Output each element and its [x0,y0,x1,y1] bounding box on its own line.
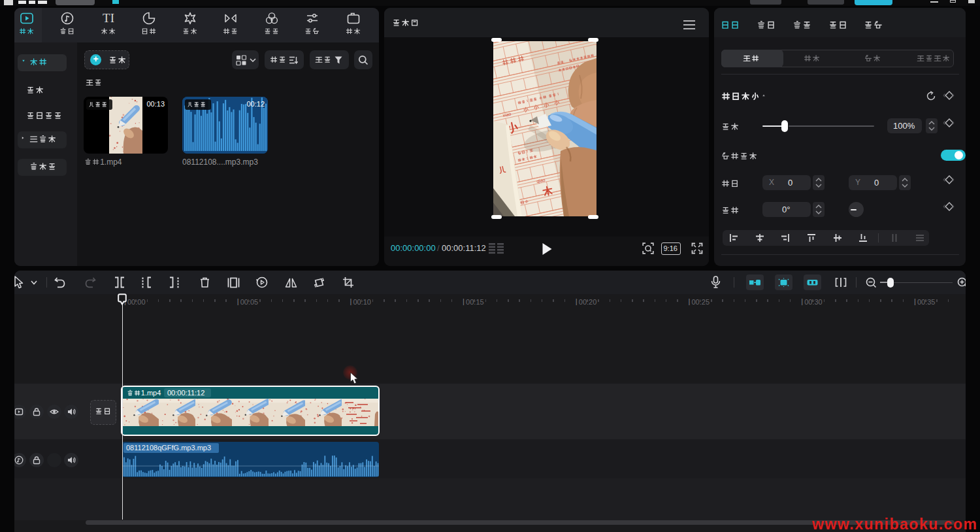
svg-text:TI: TI [103,11,114,25]
